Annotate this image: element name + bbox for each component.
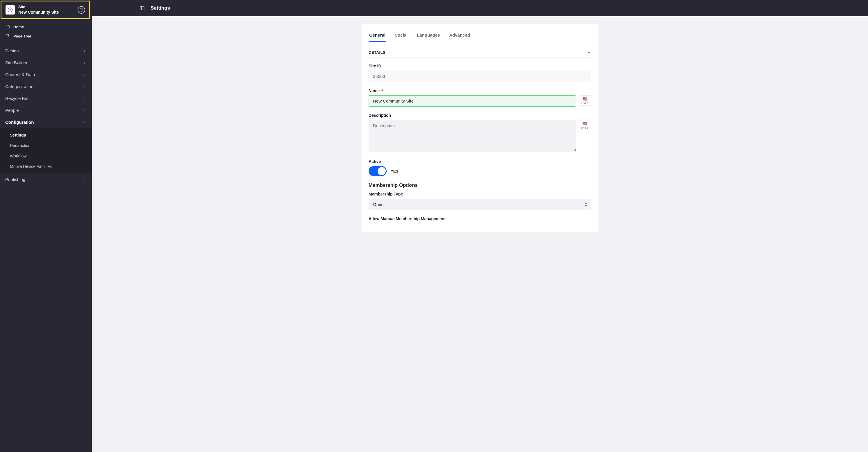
field-label: Allow Manual Membership Management [369,217,591,221]
sidebar-item-label: Home [13,25,24,29]
flag-icon: 🇺🇸 [583,122,588,126]
svg-marker-3 [81,9,82,10]
main: General Social Languages Advanced DETAIL… [92,16,868,250]
locale-button-name[interactable]: 🇺🇸 en-US [579,95,591,106]
sidebar-item-label: Categorization [5,84,33,89]
chevron-down-icon [587,50,591,55]
sidebar-item-page-tree[interactable]: Page Tree [0,31,92,41]
svg-rect-5 [8,35,9,35]
tabs: General Social Languages Advanced [369,30,591,42]
field-site-id: Site ID [369,64,591,82]
field-active: Active YES [369,159,591,176]
tab-languages[interactable]: Languages [416,30,440,42]
flag-icon: 🇺🇸 [583,97,588,101]
site-id-input [369,71,591,82]
sidebar-subnav-configuration: Settings Redirection Workflow Mobile Dev… [0,128,92,173]
sidebar-subitem-workflow[interactable]: Workflow [0,151,92,161]
topbar: Settings [92,0,868,16]
chevron-down-icon [83,120,87,124]
membership-options-heading: Membership Options [369,183,591,188]
tab-general[interactable]: General [369,30,386,42]
sidebar-item-label: Site Builder [5,60,28,65]
sidebar-subitem-settings[interactable]: Settings [0,130,92,140]
tab-advanced[interactable]: Advanced [448,30,471,42]
page-title: Settings [151,5,170,11]
sidebar-item-label: Page Tree [13,34,31,38]
sidebar-item-people[interactable]: People [0,104,92,116]
sidebar-item-label: People [5,108,19,113]
sidebar-nav: Design Site Builder Content & Data Categ… [0,43,92,452]
section-title: DETAILS [369,50,385,55]
field-label: Description [369,113,591,118]
active-toggle[interactable] [369,166,386,176]
svg-rect-6 [8,36,9,37]
field-label: Membership Type [369,192,591,196]
open-site-button[interactable] [78,6,85,14]
required-indicator: * [381,88,383,93]
field-label: Site ID [369,64,591,68]
sidebar-subitem-mobile-device-families[interactable]: Mobile Device Families [0,161,92,172]
description-textarea[interactable] [369,120,576,152]
sidebar-subitem-redirection[interactable]: Redirection [0,140,92,151]
sidebar: Site New Community Site Home Page Tree D… [0,0,92,452]
sidebar-item-publishing[interactable]: Publishing [0,173,92,185]
sidebar-item-site-builder[interactable]: Site Builder [0,57,92,69]
sidebar-quick-links: Home Page Tree [0,20,92,43]
chevron-right-icon [83,85,87,89]
site-logo [5,5,15,14]
locale-code: en-US [581,126,589,130]
field-name: Name * 🇺🇸 en-US [369,88,591,107]
sidebar-item-recycle-bin[interactable]: Recycle Bin [0,92,92,104]
locale-code: en-US [581,102,589,105]
toggle-knob [378,167,386,175]
sidebar-item-label: Design [5,48,19,53]
svg-rect-4 [7,35,7,35]
field-description: Description 🇺🇸 en-US [369,113,591,153]
field-membership-type: Membership Type Open [369,192,591,210]
toggle-state-label: YES [391,169,398,173]
chevron-right-icon [83,177,87,182]
site-label: Site [18,5,59,9]
locale-button-description[interactable]: 🇺🇸 en-US [579,120,591,130]
settings-card: General Social Languages Advanced DETAIL… [362,24,598,232]
membership-type-select[interactable]: Open [369,199,591,210]
name-input[interactable] [369,95,576,107]
tree-icon [6,34,10,38]
field-manual-membership: Allow Manual Membership Management [369,217,591,221]
sidebar-item-design[interactable]: Design [0,45,92,57]
chevron-right-icon [83,73,87,77]
chevron-right-icon [83,49,87,53]
section-header-details[interactable]: DETAILS [369,50,591,58]
field-label: Active [369,159,591,164]
chevron-right-icon [83,96,87,100]
sidebar-item-label: Recycle Bin [5,96,28,101]
sidebar-item-categorization[interactable]: Categorization [0,80,92,92]
compass-icon [80,8,84,12]
panel-toggle-icon[interactable] [140,5,145,11]
chevron-right-icon [83,108,87,112]
sidebar-item-content-data[interactable]: Content & Data [0,69,92,80]
site-switcher[interactable]: Site New Community Site [1,1,90,19]
sidebar-item-label: Configuration [5,120,34,125]
home-icon [6,24,10,29]
svg-marker-1 [9,9,11,11]
site-title-block: Site New Community Site [18,5,59,15]
svg-rect-7 [140,6,144,10]
tab-social[interactable]: Social [394,30,408,42]
sidebar-item-configuration[interactable]: Configuration [0,116,92,128]
sidebar-item-label: Content & Data [5,72,35,77]
field-label: Name * [369,88,591,93]
sidebar-item-label: Publishing [5,177,25,182]
chevron-right-icon [83,61,87,65]
sidebar-item-home[interactable]: Home [0,22,92,31]
compass-icon [7,7,13,12]
site-name: New Community Site [18,9,59,15]
